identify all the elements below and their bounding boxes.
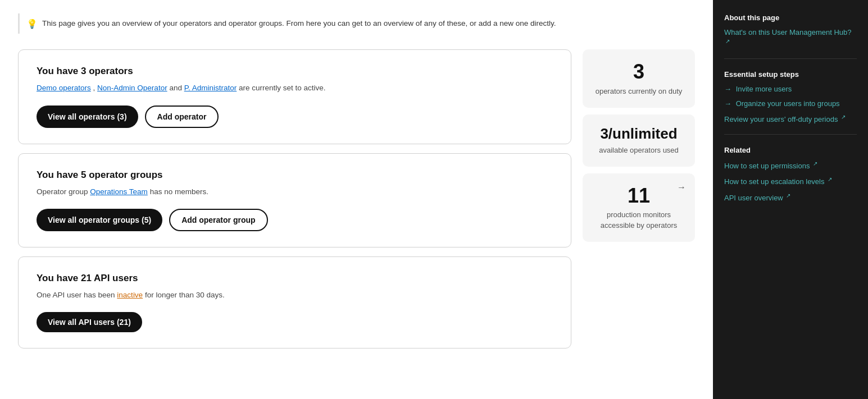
api-users-card-title: You have 21 API users [37, 273, 553, 284]
stat-production-monitors-label: production monitors accessible by operat… [592, 210, 686, 230]
view-all-operator-groups-button[interactable]: View all operator groups (5) [37, 209, 162, 231]
sidebar-related-title: Related [724, 146, 857, 154]
view-all-operators-button[interactable]: View all operators (3) [37, 106, 138, 128]
external-link-icon-5: ↗ [786, 192, 790, 200]
add-operator-group-button[interactable]: Add operator group [169, 209, 267, 231]
view-all-api-users-button[interactable]: View all API users (21) [37, 312, 142, 332]
operators-card: You have 3 operators Demo operators , No… [18, 49, 571, 144]
stat-card-available-operators: 3/unlimited available operators used [583, 114, 695, 167]
sidebar-escalation-link[interactable]: How to set up escalation levels ↗ [724, 176, 857, 187]
cards-column: You have 3 operators Demo operators , No… [18, 49, 571, 348]
sidebar-divider-2 [724, 134, 857, 135]
stat-card-operators-on-duty: 3 operators currently on duty [583, 49, 695, 108]
api-users-card-desc: One API user has been inactive for longe… [37, 290, 553, 301]
sidebar-essential-title: Essential setup steps [724, 70, 857, 79]
add-operator-button[interactable]: Add operator [145, 106, 219, 128]
stat-arrow-icon: → [677, 182, 686, 192]
stat-production-monitors-number: 11 [592, 185, 686, 207]
content-area: You have 3 operators Demo operators , No… [18, 49, 695, 348]
sidebar-organize-users-link[interactable]: → Organize your users into groups [724, 99, 857, 109]
stat-operators-on-duty-label: operators currently on duty [592, 86, 686, 97]
api-users-card: You have 21 API users One API user has b… [18, 256, 571, 348]
external-link-icon-4: ↗ [828, 176, 832, 184]
operators-card-actions: View all operators (3) Add operator [37, 106, 553, 128]
demo-operators-link[interactable]: Demo operators [37, 84, 91, 92]
external-link-icon-2: ↗ [841, 113, 846, 121]
main-content: 💡 This page gives you an overview of you… [0, 0, 713, 399]
stat-available-operators-label: available operators used [592, 145, 686, 155]
info-icon: 💡 [26, 19, 38, 29]
sidebar-invite-users-link[interactable]: → Invite more users [724, 84, 857, 94]
inactive-link[interactable]: inactive [117, 291, 143, 299]
operator-groups-card-title: You have 5 operator groups [37, 169, 553, 181]
external-link-icon-3: ↗ [813, 160, 817, 168]
api-users-card-actions: View all API users (21) [37, 312, 553, 332]
non-admin-operator-link[interactable]: Non-Admin Operator [97, 84, 167, 92]
info-banner: 💡 This page gives you an overview of you… [18, 13, 695, 34]
sidebar-about-title: About this page [724, 13, 857, 22]
operator-groups-card: You have 5 operator groups Operator grou… [18, 153, 571, 247]
sidebar: About this page What's on this User Mana… [713, 0, 868, 399]
operator-groups-card-desc: Operator group Operations Team has no me… [37, 186, 553, 198]
arrow-icon-2: → [724, 99, 731, 109]
stat-card-production-monitors[interactable]: → 11 production monitors accessible by o… [583, 173, 695, 242]
info-banner-text: This page gives you an overview of your … [42, 18, 556, 29]
sidebar-api-user-overview-link[interactable]: API user overview ↗ [724, 192, 857, 204]
sidebar-off-duty-link[interactable]: Review your users' off-duty periods ↗ [724, 113, 857, 125]
stat-operators-on-duty-number: 3 [592, 61, 686, 83]
stat-available-operators-number: 3/unlimited [592, 126, 686, 142]
sidebar-about-link[interactable]: What's on this User Management Hub? ↗ [724, 27, 857, 49]
operators-card-desc: Demo operators , Non-Admin Operator and … [37, 82, 553, 94]
operator-groups-card-actions: View all operator groups (5) Add operato… [37, 209, 553, 231]
arrow-icon-1: → [724, 84, 731, 94]
operations-team-link[interactable]: Operations Team [90, 187, 148, 196]
sidebar-divider-1 [724, 58, 857, 59]
sidebar-permissions-link[interactable]: How to set up permissions ↗ [724, 160, 857, 172]
external-link-icon: ↗ [725, 38, 730, 45]
stats-column: 3 operators currently on duty 3/unlimite… [583, 49, 695, 348]
p-administrator-link[interactable]: P. Administrator [184, 84, 237, 92]
operators-card-title: You have 3 operators [37, 66, 553, 77]
